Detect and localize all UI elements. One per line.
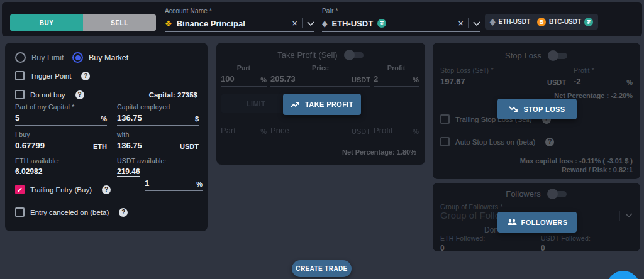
help-icon[interactable]: ? xyxy=(102,185,111,194)
stop-loss-input[interactable]: 197.67 USDT xyxy=(440,77,566,89)
checkbox-icon xyxy=(15,207,25,217)
chat-fab-icon[interactable] xyxy=(606,271,640,279)
account-name-field: Account Name * ❖ Binance Principal × xyxy=(165,8,314,32)
stop-loss-title: Stop Loss xyxy=(505,51,541,60)
stop-loss-button-label: STOP LOSS xyxy=(523,106,565,113)
usdt-available-value[interactable]: 219.46 xyxy=(117,167,140,177)
auto-stop-loss-checkbox[interactable]: Auto Stop Loss on (beta) ? xyxy=(440,137,554,146)
entry-canceled-checkbox[interactable]: Entry canceled on (beta) ? xyxy=(15,207,128,217)
trailing-entry-field: 1 % xyxy=(145,178,203,191)
eth-followed: ETH Followed: 0 xyxy=(440,234,485,253)
usdt-available: USDT available: 219.46 xyxy=(117,157,167,177)
binance-icon: ❖ xyxy=(165,19,172,28)
trigger-point-checkbox[interactable]: Trigger Point ? xyxy=(15,71,90,80)
stop-loss-header: Stop Loss xyxy=(433,51,640,60)
take-profit-panel: Take Profit (Sell) Part Price Profit 100… xyxy=(216,43,425,165)
with-input[interactable]: 136.75 USDT xyxy=(117,141,199,153)
clear-account-icon[interactable]: × xyxy=(292,19,297,27)
checkbox-icon xyxy=(15,90,25,99)
tp-price-input-2[interactable]: Price USDT xyxy=(270,126,370,138)
part-of-capital-input[interactable]: 5 % xyxy=(15,113,107,126)
eth-unit: ETH xyxy=(93,143,107,150)
buy-tab[interactable]: BUY xyxy=(10,14,83,31)
trailing-entry-input[interactable]: 1 % xyxy=(145,178,203,191)
help-icon[interactable]: ? xyxy=(75,90,84,99)
usdt-available-label: USDT available: xyxy=(117,157,167,165)
stop-loss-toggle[interactable] xyxy=(548,52,568,60)
buy-market-radio[interactable]: Buy Market xyxy=(72,52,128,63)
pair-label: Pair * xyxy=(322,8,480,14)
eth-icon: ◆ xyxy=(322,18,327,28)
with-value: 136.75 xyxy=(117,141,142,150)
help-icon[interactable]: ? xyxy=(545,138,554,146)
tp-profit-value: 2 xyxy=(374,74,378,84)
take-profit-toggle[interactable] xyxy=(344,51,364,60)
with-field: with 136.75 USDT xyxy=(117,131,199,153)
sl-profit-input[interactable]: -2 % xyxy=(574,77,633,89)
help-icon[interactable]: ? xyxy=(81,72,90,80)
part-of-capital-field: Part of my Capital * 5 % xyxy=(15,103,107,126)
with-label: with xyxy=(117,131,199,138)
sl-profit-label: Profit * xyxy=(574,67,633,74)
tp-part-placeholder: Part xyxy=(221,126,236,135)
pair-field: Pair * ◆ ETH-USDT ₮ × xyxy=(322,8,480,32)
i-buy-label: I buy xyxy=(15,131,107,138)
chevron-down-icon[interactable] xyxy=(625,213,633,217)
trigger-point-label: Trigger Point xyxy=(30,72,71,80)
percent-unit: % xyxy=(101,115,107,123)
quick-pair-label: ETH-USDT xyxy=(498,18,530,25)
tp-part-input-2[interactable]: Part % xyxy=(221,126,267,138)
percent-unit: % xyxy=(260,76,267,84)
take-profit-title: Take Profit (Sell) xyxy=(277,50,337,60)
help-icon[interactable]: ? xyxy=(119,208,128,217)
tp-profit-input[interactable]: 2 % xyxy=(374,74,419,87)
stop-loss-field: Stop Loss (Sell) * 197.67 USDT xyxy=(440,67,566,89)
usdt-followed-value[interactable]: 0 xyxy=(541,244,545,253)
do-not-buy-checkbox[interactable]: Do not buy ? xyxy=(15,90,84,99)
followers-button-label: FOLLOWERS xyxy=(521,219,568,226)
followers-button[interactable]: FOLLOWERS xyxy=(497,212,577,232)
tp-net-percentage: Net Percentage: 1.80% xyxy=(342,148,416,156)
tether-icon: ₮ xyxy=(584,18,593,26)
max-capital-loss: Max capital loss : -0.11% ( -3.01 $ ) xyxy=(520,157,633,165)
chevron-down-icon[interactable] xyxy=(307,21,314,26)
capital-employed-value: 136.75 xyxy=(117,113,142,123)
tp-price-value: 205.73 xyxy=(270,74,296,84)
sl-profit-value: -2 xyxy=(574,77,581,86)
obscured-option-fragment: Don xyxy=(484,226,498,234)
trailing-entry-checkbox[interactable]: ✓ Trailing Entry (Buy) ? xyxy=(15,185,111,194)
sell-tab[interactable]: SELL xyxy=(83,14,156,31)
trending-up-icon xyxy=(291,101,301,108)
tab-limit[interactable]: LIMIT xyxy=(221,94,291,113)
buy-limit-radio[interactable]: Buy Limit xyxy=(15,52,64,63)
tp-price-input[interactable]: 205.73 USDT xyxy=(270,74,370,87)
radio-icon xyxy=(15,52,26,63)
i-buy-value: 0.67799 xyxy=(15,141,45,150)
create-trade-button[interactable]: CREATE TRADE xyxy=(292,260,352,277)
stop-loss-panel: Stop Loss Stop Loss (Sell) * 197.67 USDT… xyxy=(433,43,640,179)
stop-loss-label: Stop Loss (Sell) * xyxy=(440,67,566,74)
part-header: Part xyxy=(221,64,267,72)
stop-loss-button[interactable]: STOP LOSS xyxy=(497,99,577,119)
capital-employed-label: Capital employed xyxy=(117,103,199,111)
quick-pair-btc-usdt[interactable]: B BTC-USDT ₮ xyxy=(532,14,598,30)
capital-employed-field: Capital employed 136.75 $ xyxy=(117,103,199,126)
tp-price-placeholder: Price xyxy=(270,126,289,135)
usdt-followed-label: USDT Followed: xyxy=(541,234,591,242)
tp-part-input[interactable]: 100 % xyxy=(221,74,267,87)
capital-employed-input[interactable]: 136.75 $ xyxy=(117,113,199,126)
take-profit-header: Take Profit (Sell) xyxy=(216,50,425,60)
chevron-down-icon[interactable] xyxy=(473,21,480,26)
entry-panel: Buy Limit Buy Market Trigger Point ? Do … xyxy=(5,43,208,231)
followers-panel: Followers Group of Followers * Group of … xyxy=(433,183,640,251)
take-profit-button[interactable]: TAKE PROFIT xyxy=(283,94,361,115)
followers-toggle[interactable] xyxy=(547,190,567,199)
tp-profit-input-2[interactable]: Profit % xyxy=(374,126,419,138)
trade-creation-screen: BUY SELL Account Name * ❖ Binance Princi… xyxy=(0,0,644,279)
buy-limit-label: Buy Limit xyxy=(31,53,64,62)
part-of-capital-label: Part of my Capital * xyxy=(15,103,107,111)
clear-pair-icon[interactable]: × xyxy=(458,19,464,27)
i-buy-input[interactable]: 0.67799 ETH xyxy=(15,141,107,153)
pair-input[interactable]: ◆ ETH-USDT ₮ × xyxy=(322,18,480,32)
account-name-input[interactable]: ❖ Binance Principal × xyxy=(165,18,314,32)
